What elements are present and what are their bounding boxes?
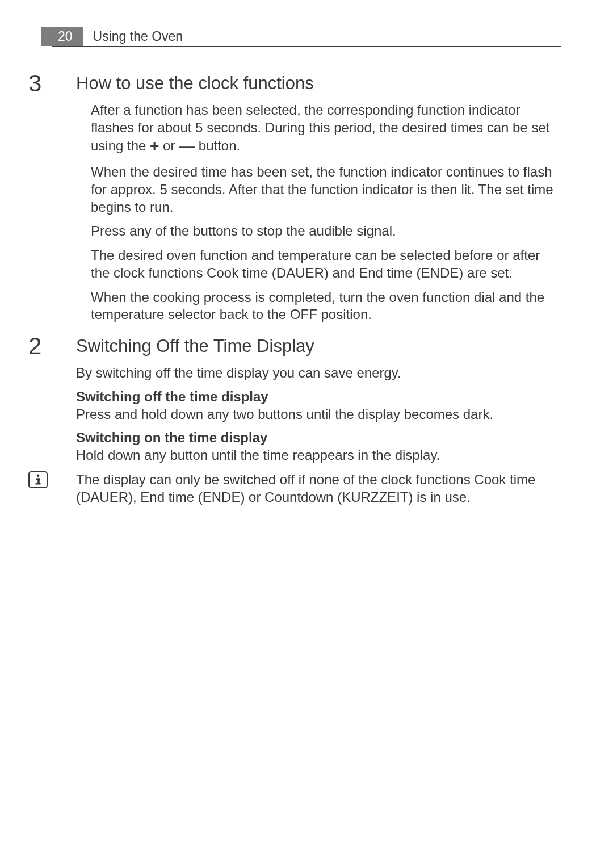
section-heading: How to use the clock functions [76,73,561,94]
svg-rect-3 [36,483,41,485]
paragraph: When the cooking process is completed, t… [91,289,561,324]
info-icon [28,471,48,488]
svg-rect-2 [37,479,40,484]
paragraph: The desired oven function and temperatur… [91,247,561,282]
text-run: button. [195,138,240,153]
paragraph: The display can only be switched off if … [76,471,561,506]
running-title: Using the Oven [83,27,183,46]
page-number: 20 [58,29,73,44]
paragraph: After a function has been selected, the … [91,102,561,157]
paragraph: When the desired time has been set, the … [91,163,561,216]
info-note: The display can only be switched off if … [52,471,561,506]
section-heading: Switching Off the Time Display [76,336,561,357]
plus-icon: + [150,137,159,155]
page-number-box: 20 [41,27,83,46]
subheading: Switching on the time display [76,430,561,446]
svg-point-0 [37,475,40,477]
minus-icon: — [179,137,195,155]
section-clock-functions: 3 How to use the clock functions After a… [52,73,561,324]
section-marker-icon: 3 [28,70,41,97]
running-head: 20 Using the Oven [52,27,561,47]
paragraph: Press any of the buttons to stop the aud… [91,223,561,240]
section-marker-icon: 2 [28,333,41,360]
section-time-display: 2 Switching Off the Time Display By swit… [52,336,561,506]
paragraph: Hold down any button until the time reap… [76,447,561,464]
paragraph: Press and hold down any two buttons unti… [76,406,561,423]
paragraph: By switching off the time display you ca… [76,364,561,382]
text-run: or [159,138,179,153]
manual-page: 20 Using the Oven 3 How to use the clock… [0,0,613,506]
subheading: Switching off the time display [76,389,561,405]
